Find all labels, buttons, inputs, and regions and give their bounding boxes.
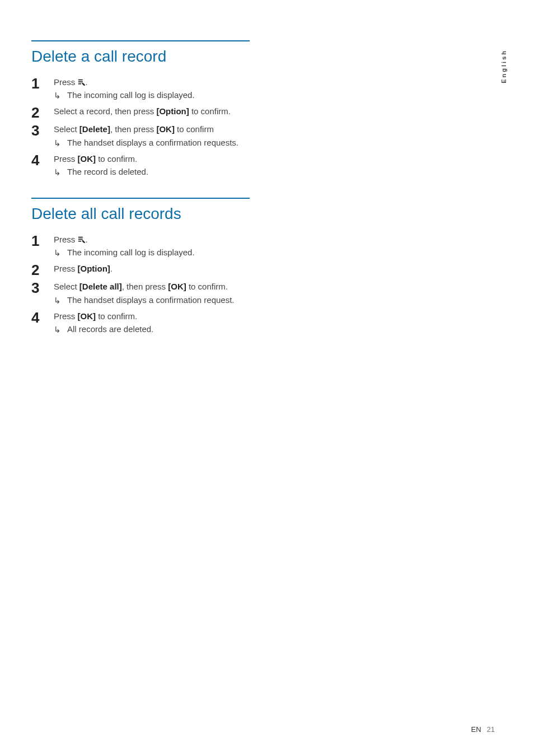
step-number: 4 [31,153,54,167]
section-rule [31,40,250,41]
step-number: 2 [31,105,54,120]
step-number: 2 [31,263,54,277]
section-rule [31,198,250,199]
text-fragment: Select [54,124,79,134]
section-delete-all: Delete all call records 1 Press . ↳ The … [31,198,250,336]
result-text: The handset displays a confirmation requ… [67,137,250,149]
step-text: Select a record, then press [Option] to … [54,105,250,118]
step-body: Select a record, then press [Option] to … [54,105,250,118]
section-delete-one: Delete a call record 1 Press . ↳ The inc… [31,40,250,179]
calllog-icon [78,236,86,244]
result-arrow-icon: ↳ [54,166,67,179]
section-title: Delete a call record [31,47,250,66]
bold-label: [Option] [78,264,110,273]
result-text: All records are deleted. [67,323,250,335]
bold-label: [Delete all] [79,282,122,291]
text-fragment: to confirm. [189,106,231,116]
content-column: Delete a call record 1 Press . ↳ The inc… [31,40,250,336]
step-text: Press . [54,234,250,246]
step-body: Press [Option]. [54,263,250,275]
svg-rect-5 [78,240,81,241]
result-row: ↳ The handset displays a confirmation re… [54,137,250,150]
text-fragment: to confirm. [96,311,137,321]
step-text: Press . [54,76,250,88]
svg-rect-3 [78,236,82,237]
step-body: Press [OK] to confirm. ↳ All records are… [54,310,250,337]
text-fragment: . [86,235,88,244]
section-title: Delete all call records [31,204,250,223]
page: English Delete a call record 1 Press . ↳… [0,0,534,756]
text-fragment: Press [54,235,78,244]
text-fragment: . [86,77,88,87]
svg-rect-2 [78,83,81,84]
step: 4 Press [OK] to confirm. ↳ The record is… [31,153,250,179]
result-text: The record is deleted. [67,166,250,178]
footer-page-number: 21 [487,725,495,734]
result-row: ↳ The handset displays a confirmation re… [54,294,250,307]
bold-label: [OK] [78,311,96,321]
result-row: ↳ All records are deleted. [54,323,250,336]
step-text: Press [Option]. [54,263,250,275]
calllog-icon [78,78,86,86]
bold-label: [Delete] [79,124,110,134]
result-arrow-icon: ↳ [54,246,67,259]
text-fragment: . [110,264,113,273]
step: 3 Select [Delete], then press [OK] to co… [31,123,250,150]
result-row: ↳ The record is deleted. [54,166,250,179]
step-text: Press [OK] to confirm. [54,153,250,165]
text-fragment: , then press [122,282,168,291]
result-arrow-icon: ↳ [54,323,67,336]
result-text: The incoming call log is displayed. [67,89,250,101]
step-number: 3 [31,281,54,295]
text-fragment: Select a record, then press [54,106,156,116]
step: 1 Press . ↳ The incoming call log is dis… [31,234,250,260]
step-body: Press . ↳ The incoming call log is displ… [54,76,250,102]
step-body: Select [Delete], then press [OK] to conf… [54,123,250,150]
step-text: Select [Delete all], then press [OK] to … [54,281,250,293]
svg-rect-0 [78,79,82,80]
step-body: Press [OK] to confirm. ↳ The record is d… [54,153,250,179]
text-fragment: to confirm [175,124,214,134]
result-text: The handset displays a confirmation requ… [67,294,250,306]
step-text: Press [OK] to confirm. [54,310,250,323]
step-body: Press . ↳ The incoming call log is displ… [54,234,250,260]
step: 1 Press . ↳ The incoming call log is dis… [31,76,250,102]
text-fragment: Select [54,282,79,291]
text-fragment: Press [54,311,78,321]
step: 2 Select a record, then press [Option] t… [31,105,250,120]
result-arrow-icon: ↳ [54,137,67,150]
result-arrow-icon: ↳ [54,294,67,307]
footer-language: EN [471,725,481,734]
bold-label: [Option] [156,106,189,116]
text-fragment: to confirm. [96,154,137,164]
text-fragment: Press [54,77,78,87]
step-number: 1 [31,234,54,248]
step: 3 Select [Delete all], then press [OK] t… [31,281,250,307]
svg-rect-1 [78,81,82,82]
bold-label: [OK] [168,282,186,291]
step: 2 Press [Option]. [31,263,250,277]
step-body: Select [Delete all], then press [OK] to … [54,281,250,307]
svg-rect-4 [78,239,82,240]
step-number: 4 [31,310,54,325]
page-footer: EN21 [471,725,495,734]
step-text: Select [Delete], then press [OK] to conf… [54,123,250,136]
step-number: 3 [31,123,54,138]
text-fragment: to confirm. [186,282,228,291]
language-tab: English [500,49,507,83]
result-arrow-icon: ↳ [54,89,67,102]
result-row: ↳ The incoming call log is displayed. [54,89,250,102]
bold-label: [OK] [156,124,175,134]
bold-label: [OK] [78,154,96,164]
text-fragment: Press [54,264,78,273]
step: 4 Press [OK] to confirm. ↳ All records a… [31,310,250,337]
text-fragment: Press [54,154,78,164]
step-number: 1 [31,76,54,91]
result-text: The incoming call log is displayed. [67,246,250,259]
result-row: ↳ The incoming call log is displayed. [54,246,250,259]
text-fragment: , then press [110,124,157,134]
